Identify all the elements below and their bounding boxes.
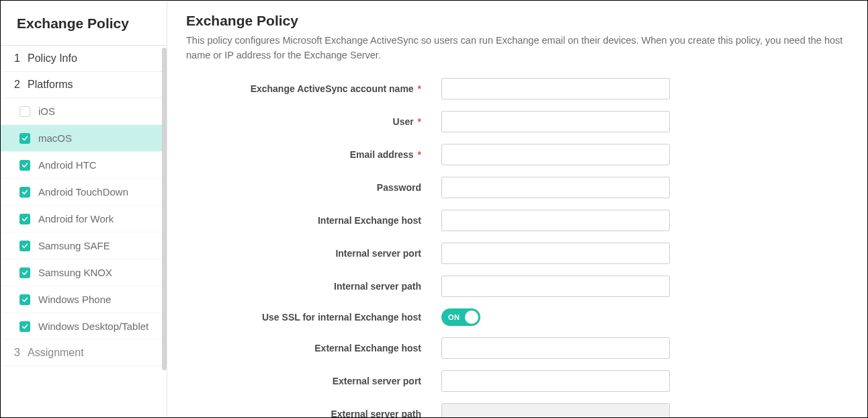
checkbox-checked-icon[interactable] [19, 294, 30, 305]
step-label: Policy Info [28, 52, 77, 65]
row-internal-host: Internal Exchange host [186, 210, 844, 231]
label-account-name: Exchange ActiveSync account name * [186, 83, 441, 94]
checkbox-checked-icon[interactable] [19, 267, 30, 278]
step-assignment[interactable]: 3 Assignment [1, 340, 167, 366]
page-description: This policy configures Microsoft Exchang… [186, 33, 844, 63]
input-internal-path[interactable] [441, 276, 670, 297]
platform-label: Android for Work [38, 213, 114, 224]
checkbox-checked-icon[interactable] [19, 241, 30, 251]
step-number: 3 [14, 347, 22, 359]
label-external-host: External Exchange host [186, 343, 441, 353]
platform-label: Windows Phone [38, 294, 111, 305]
app-layout: Exchange Policy 1 Policy Info 2 Platform… [1, 1, 867, 417]
platform-list: iOS macOS Android HTC [1, 98, 167, 340]
input-account-name[interactable] [441, 78, 670, 99]
sidebar-scrollbar[interactable] [162, 48, 167, 370]
sidebar-title: Exchange Policy [17, 15, 150, 32]
row-user: User * [186, 111, 844, 132]
label-user: User * [186, 116, 441, 127]
step-number: 2 [14, 79, 22, 91]
sidebar: Exchange Policy 1 Policy Info 2 Platform… [1, 1, 167, 417]
input-external-port[interactable] [441, 370, 670, 392]
row-email: Email address * [186, 144, 844, 165]
toggle-knob [465, 310, 478, 324]
required-indicator: * [415, 116, 421, 127]
platform-item-macos[interactable]: macOS [1, 125, 167, 152]
checkbox-checked-icon[interactable] [19, 321, 30, 332]
step-label: Platforms [28, 79, 73, 91]
checkbox-checked-icon[interactable] [19, 214, 30, 224]
platform-label: Android HTC [38, 159, 97, 171]
required-indicator: * [415, 149, 421, 160]
input-external-host[interactable] [441, 337, 670, 359]
platform-item-ios[interactable]: iOS [1, 98, 167, 125]
step-policy-info[interactable]: 1 Policy Info [1, 46, 167, 72]
input-internal-port[interactable] [441, 243, 670, 264]
label-password: Password [186, 182, 441, 193]
platform-item-samsung-knox[interactable]: Samsung KNOX [1, 259, 167, 286]
platform-item-android-for-work[interactable]: Android for Work [1, 206, 167, 233]
row-internal-path: Internal server path [186, 276, 844, 297]
label-external-port: External server port [186, 376, 441, 386]
checkbox-checked-icon[interactable] [19, 160, 30, 171]
row-account-name: Exchange ActiveSync account name * [186, 78, 844, 99]
platform-label: Windows Desktop/Tablet [38, 321, 148, 332]
platform-item-android-touchdown[interactable]: Android TouchDown [1, 179, 167, 206]
input-email[interactable] [441, 144, 670, 165]
label-internal-path: Internal server path [186, 281, 441, 292]
label-ssl-internal: Use SSL for internal Exchange host [186, 312, 441, 323]
required-indicator: * [415, 83, 421, 94]
input-internal-host[interactable] [441, 210, 670, 231]
sidebar-scroll[interactable]: 1 Policy Info 2 Platforms iOS macOS [1, 46, 167, 417]
label-internal-host: Internal Exchange host [186, 215, 441, 226]
platform-item-windows-phone[interactable]: Windows Phone [1, 286, 167, 313]
checkbox-checked-icon[interactable] [19, 187, 30, 198]
toggle-on-label: ON [448, 313, 460, 321]
input-password[interactable] [441, 177, 670, 198]
step-label: Assignment [28, 347, 84, 359]
row-internal-port: Internal server port [186, 243, 844, 264]
platform-label: macOS [38, 132, 72, 144]
row-external-host: External Exchange host [186, 337, 844, 359]
label-email: Email address * [186, 149, 441, 160]
checkbox-unchecked-icon[interactable] [19, 106, 30, 117]
toggle-ssl-internal[interactable]: ON [441, 308, 480, 326]
sidebar-header: Exchange Policy [1, 1, 167, 46]
input-user[interactable] [441, 111, 670, 132]
row-password: Password [186, 177, 844, 198]
platform-item-windows-desktop-tablet[interactable]: Windows Desktop/Tablet [1, 313, 167, 340]
input-external-path[interactable] [441, 403, 670, 417]
row-external-path: External server path [186, 403, 844, 417]
platform-item-android-htc[interactable]: Android HTC [1, 152, 167, 179]
label-internal-port: Internal server port [186, 248, 441, 259]
page-title: Exchange Policy [186, 13, 844, 29]
platform-label: iOS [38, 106, 55, 117]
main-content: Exchange Policy This policy configures M… [167, 1, 867, 417]
platform-label: Samsung SAFE [38, 240, 110, 251]
step-number: 1 [14, 52, 22, 65]
row-ssl-internal: Use SSL for internal Exchange host ON [186, 308, 844, 326]
platform-item-samsung-safe[interactable]: Samsung SAFE [1, 233, 167, 259]
row-external-port: External server port [186, 370, 844, 392]
checkbox-checked-icon[interactable] [19, 133, 30, 144]
platform-label: Android TouchDown [38, 186, 128, 198]
platform-label: Samsung KNOX [38, 267, 112, 278]
label-external-path: External server path [186, 409, 441, 417]
step-platforms[interactable]: 2 Platforms [1, 72, 167, 98]
